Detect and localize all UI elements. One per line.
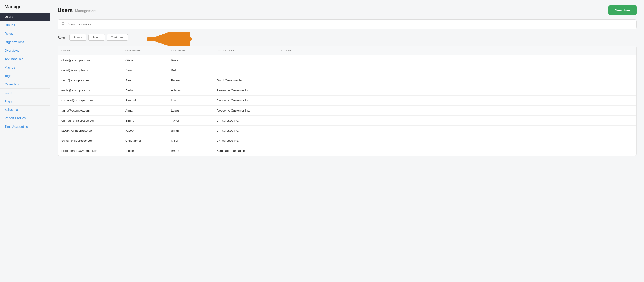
- cell-lastname: Braun: [171, 149, 216, 153]
- search-icon: [62, 22, 65, 27]
- cell-lastname: Miller: [171, 139, 216, 142]
- roles-label: Roles:: [58, 36, 67, 39]
- cell-firstname: Christopher: [125, 139, 171, 142]
- sidebar-item-organizations[interactable]: Organizations: [0, 38, 50, 46]
- col-action: ACTION: [280, 49, 308, 52]
- col-organization: ORGANIZATION: [216, 49, 280, 52]
- user-table: LOGIN FIRSTNAME LASTNAME ORGANIZATION AC…: [58, 46, 637, 156]
- cell-login: emma@chrispresso.com: [62, 119, 125, 122]
- main-content: Users Management New User Roles: Admin A…: [50, 0, 644, 282]
- page-subtitle: Management: [75, 9, 96, 13]
- table-row[interactable]: jacob@chrispresso.comJacobSmithChrispres…: [58, 126, 636, 136]
- cell-login: jacob@chrispresso.com: [62, 129, 125, 132]
- new-user-button[interactable]: New User: [608, 6, 637, 15]
- cell-firstname: David: [125, 69, 171, 72]
- col-lastname: LASTNAME: [171, 49, 216, 52]
- cell-organization: Awesome Customer Inc.: [216, 109, 280, 112]
- cell-firstname: Samuel: [125, 99, 171, 102]
- cell-login: ryan@example.com: [62, 79, 125, 82]
- cell-login: chris@chrispresso.com: [62, 139, 125, 142]
- cell-lastname: Lopez: [171, 109, 216, 112]
- table-row[interactable]: emma@chrispresso.comEmmaTaylorChrispress…: [58, 116, 636, 126]
- search-bar: [58, 20, 637, 29]
- cell-lastname: Smith: [171, 129, 216, 132]
- sidebar-item-users[interactable]: Users: [0, 13, 50, 21]
- sidebar: Manage UsersGroupsRolesOrganizationsOver…: [0, 0, 50, 282]
- sidebar-item-report-profiles[interactable]: Report Profiles: [0, 114, 50, 122]
- cell-lastname: Lee: [171, 99, 216, 102]
- table-row[interactable]: anna@example.comAnnaLopezAwesome Custome…: [58, 106, 636, 116]
- cell-login: samuel@example.com: [62, 99, 125, 102]
- cell-login: nicole.braun@zammad.org: [62, 149, 125, 153]
- page-title: Users: [58, 7, 73, 14]
- page-header-left: Users Management: [58, 7, 96, 14]
- table-row[interactable]: olivia@example.comOliviaRoss: [58, 55, 636, 65]
- sidebar-item-groups[interactable]: Groups: [0, 21, 50, 30]
- sidebar-item-tags[interactable]: Tags: [0, 72, 50, 80]
- table-row[interactable]: samuel@example.comSamuelLeeAwesome Custo…: [58, 95, 636, 106]
- page-header: Users Management New User: [58, 6, 637, 15]
- role-customer-button[interactable]: Customer: [106, 34, 128, 41]
- cell-firstname: Ryan: [125, 79, 171, 82]
- role-agent-button[interactable]: Agent: [88, 34, 105, 41]
- cell-firstname: Emma: [125, 119, 171, 122]
- cell-lastname: Adams: [171, 89, 216, 92]
- col-login: LOGIN: [62, 49, 125, 52]
- cell-organization: Awesome Customer Inc.: [216, 89, 280, 92]
- cell-firstname: Nicole: [125, 149, 171, 153]
- cell-organization: Good Customer Inc.: [216, 79, 280, 82]
- sidebar-item-overviews[interactable]: Overviews: [0, 46, 50, 55]
- sidebar-nav: UsersGroupsRolesOrganizationsOverviewsTe…: [0, 13, 50, 131]
- arrow-annotation: [142, 32, 192, 47]
- cell-firstname: Anna: [125, 109, 171, 112]
- table-row[interactable]: emily@example.comEmilyAdamsAwesome Custo…: [58, 85, 636, 95]
- search-input[interactable]: [67, 22, 633, 26]
- cell-organization: Chrispresso Inc.: [216, 139, 280, 142]
- cell-login: anna@example.com: [62, 109, 125, 112]
- cell-organization: Awesome Customer Inc.: [216, 99, 280, 102]
- table-body: olivia@example.comOliviaRossdavid@exampl…: [58, 55, 636, 156]
- cell-lastname: Ross: [171, 59, 216, 62]
- svg-line-1: [64, 25, 65, 25]
- sidebar-item-trigger[interactable]: Trigger: [0, 97, 50, 106]
- sidebar-title: Manage: [0, 0, 50, 13]
- role-admin-button[interactable]: Admin: [69, 34, 86, 41]
- cell-organization: Chrispresso Inc.: [216, 129, 280, 132]
- table-row[interactable]: nicole.braun@zammad.orgNicoleBraunZammad…: [58, 146, 636, 156]
- cell-login: olivia@example.com: [62, 59, 125, 62]
- sidebar-item-slas[interactable]: SLAs: [0, 89, 50, 97]
- cell-firstname: Jacob: [125, 129, 171, 132]
- table-row[interactable]: ryan@example.comRyanParkerGood Customer …: [58, 75, 636, 85]
- sidebar-item-time-accounting[interactable]: Time Accounting: [0, 122, 50, 131]
- cell-login: emily@example.com: [62, 89, 125, 92]
- cell-lastname: Taylor: [171, 119, 216, 122]
- cell-lastname: Parker: [171, 79, 216, 82]
- cell-lastname: Bell: [171, 69, 216, 72]
- cell-organization: Zammad Foundation: [216, 149, 280, 153]
- sidebar-item-roles[interactable]: Roles: [0, 30, 50, 38]
- sidebar-item-text-modules[interactable]: Text modules: [0, 55, 50, 63]
- roles-row: Roles: Admin Agent Customer: [58, 34, 637, 41]
- sidebar-item-macros[interactable]: Macros: [0, 63, 50, 72]
- table-row[interactable]: david@example.comDavidBell: [58, 65, 636, 75]
- cell-firstname: Olivia: [125, 59, 171, 62]
- cell-organization: Chrispresso Inc.: [216, 119, 280, 122]
- cell-login: david@example.com: [62, 69, 125, 72]
- col-firstname: FIRSTNAME: [125, 49, 171, 52]
- table-row[interactable]: chris@chrispresso.comChristopherMillerCh…: [58, 136, 636, 146]
- cell-firstname: Emily: [125, 89, 171, 92]
- sidebar-item-scheduler[interactable]: Scheduler: [0, 106, 50, 114]
- sidebar-item-calendars[interactable]: Calendars: [0, 80, 50, 89]
- table-header: LOGIN FIRSTNAME LASTNAME ORGANIZATION AC…: [58, 46, 636, 55]
